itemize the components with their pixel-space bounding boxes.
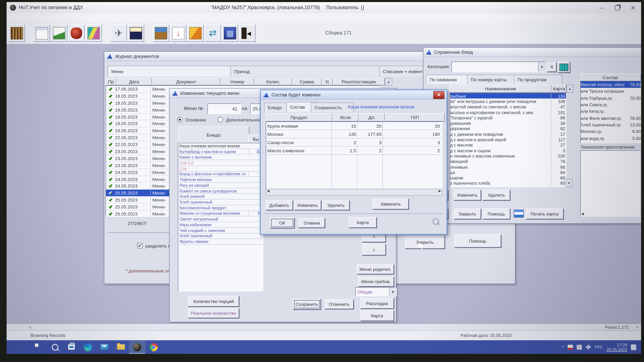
add-button[interactable]: Добавить (266, 200, 293, 210)
taskbar-button[interactable] (112, 340, 129, 354)
ref-delete-button[interactable]: Удалить (482, 190, 510, 200)
toolbar-button[interactable] (222, 24, 238, 42)
dish-row[interactable]: Омлет натуральный (178, 216, 263, 222)
col-gkp[interactable]: ГКП (385, 113, 445, 121)
group-select[interactable]: Общая ▼ (355, 287, 397, 296)
compose-row[interactable]: Молоко 135 177.65 180 (266, 130, 442, 138)
dish-row[interactable]: Рагу из овощей (178, 183, 263, 188)
ref-edit-button[interactable]: Изменить (454, 190, 481, 200)
real-qty-button[interactable]: Реальное количество (188, 308, 239, 318)
taskbar-button[interactable] (96, 340, 112, 354)
col-product[interactable]: Продукт (266, 113, 332, 121)
edit-button[interactable]: Изменить (294, 200, 321, 210)
dialog-cancel-button[interactable]: Отмена (298, 218, 325, 228)
dish-row[interactable]: Сок 0,2 (178, 160, 263, 166)
dish-row[interactable]: Какао с молоком (178, 154, 263, 160)
tray-usb-icon[interactable] (586, 345, 591, 350)
sostav-item[interactable]: или вода,гр. 5.00 (581, 135, 641, 141)
dish-col-header[interactable]: Блюдо (178, 126, 249, 144)
main-hscrollbar[interactable]: < > Релиз:1.171 (6, 323, 641, 331)
ref-row[interactable]: ленивые 66 (450, 164, 566, 169)
sostav-item[interactable]: или Горбуша,гр. 70.00 (581, 95, 641, 101)
ref-row[interactable]: д с маслом 27 (450, 142, 566, 148)
radio-main[interactable] (177, 117, 182, 122)
scroll-down-icon[interactable]: ▼ (566, 179, 572, 187)
toolbar-button[interactable] (153, 24, 169, 42)
taskbar-button[interactable] (63, 340, 80, 354)
dish-row[interactable]: Хлеб ржаной (178, 194, 263, 200)
col-name[interactable]: Наименование (450, 85, 552, 93)
language-indicator[interactable]: РУС (595, 345, 603, 349)
dish-row[interactable]: Сок (178, 166, 263, 171)
radio-extra[interactable] (218, 117, 223, 122)
dish-row[interactable]: Каша ячневая молочная вязкая (178, 143, 263, 149)
print-card-button[interactable]: Печать карты (526, 208, 564, 219)
scroll-left-icon[interactable]: ◀ (267, 189, 270, 193)
ref-row[interactable]: д с джемом или повидлом 17 (450, 131, 566, 137)
tab-menu[interactable]: Меню (108, 66, 237, 77)
toolbar-button[interactable] (8, 24, 25, 42)
compose-row[interactable]: Сахар-песок 2 3 3 (266, 138, 442, 146)
printer-icon[interactable] (514, 210, 524, 218)
ref-row[interactable]: д с маслом и красной икрой 117 (450, 137, 566, 142)
sostav-item[interactable]: или Филе минтая,гр. 78.00 (581, 115, 641, 121)
scroll-right-icon[interactable]: ▶ (438, 189, 441, 193)
taskbar-button[interactable] (30, 340, 47, 354)
col-num[interactable]: Номер (220, 78, 254, 85)
toolbar-button[interactable] (170, 24, 186, 42)
taskbar-button[interactable] (47, 340, 63, 354)
toolbar-button[interactable] (239, 24, 256, 42)
dish-row[interactable]: Кисломолочный продукт (178, 205, 263, 211)
taskbar-button[interactable] (80, 340, 96, 354)
ref-row[interactable]: дорожная 62 (450, 126, 566, 131)
category-select[interactable]: ▼ (451, 62, 546, 72)
ref-row[interactable]: ок" или ватрушка с джемом (или повидлом … (450, 99, 566, 104)
toolbar-button[interactable] (128, 24, 144, 42)
toolbar-button[interactable] (34, 24, 50, 42)
close-icon[interactable]: ✕ (630, 4, 636, 11)
ref-row[interactable]: 'Татарочка" с курагой 86 (450, 115, 566, 120)
ref-row[interactable]: овощной 76 (450, 159, 566, 164)
save-button[interactable]: Сохранить (293, 299, 321, 310)
toolbar-button[interactable] (110, 24, 127, 42)
sostav-item[interactable]: Молоко,гр. 6.00 (581, 128, 641, 135)
tab-by-name[interactable]: По названию (426, 75, 474, 84)
toolbar-button[interactable] (204, 24, 221, 42)
portions-button[interactable]: Количество порций (188, 296, 239, 307)
ref-row[interactable]: домашняя 34 (450, 120, 566, 126)
cancel-button[interactable]: Отменить (325, 299, 354, 309)
ref-row[interactable]: асолью и картофелем со сметаной, с мяс 1… (450, 109, 566, 115)
restore-icon[interactable] (615, 5, 620, 10)
col-sum[interactable]: Сумма (292, 78, 322, 85)
clock[interactable]: 17:28 25.05.2023 (606, 343, 627, 352)
sostav-item[interactable]: или Треска потрошенная б (581, 88, 641, 95)
category-clear-button[interactable]: ✕ (547, 62, 556, 72)
demand-menu-button[interactable]: Меню-требов. (358, 277, 394, 287)
tray-app-icon[interactable] (568, 345, 573, 350)
card-button[interactable]: Карта (360, 310, 394, 321)
chevron-down-icon[interactable]: ▼ (538, 62, 546, 72)
col-pr[interactable]: Пр (106, 78, 116, 85)
toolbar-button[interactable] (68, 24, 85, 42)
dish-row[interactable]: Хлеб пшеничный (178, 233, 263, 239)
tab-prihod[interactable]: Приход (230, 66, 386, 77)
scroll-up-icon[interactable]: ▲ (566, 85, 574, 93)
ref-row[interactable]: апустой свежей со сметаной, с мясом 47 (450, 104, 566, 109)
col-date[interactable]: Дата (116, 78, 152, 85)
toolbar-button[interactable] (86, 24, 102, 42)
chevron-down-icon[interactable]: ▼ (389, 288, 396, 296)
dish-row[interactable]: Борщ с фасолью и картофелем со 1 (178, 171, 263, 177)
compose-hscrollbar[interactable]: ◀ ▶ (266, 189, 442, 196)
tab-by-products[interactable]: По продуктам (514, 75, 562, 84)
scroll-right-icon[interactable]: > (636, 325, 639, 330)
minimize-icon[interactable]: — (599, 5, 604, 11)
ref-row[interactable]: н ленивые с маслом сливочным 100 (450, 153, 566, 159)
tab-sohrannost[interactable]: Сохранность (311, 103, 354, 112)
category-grid-button[interactable] (558, 62, 570, 73)
delete-button[interactable]: Удалить (322, 200, 350, 210)
dish-row[interactable]: Манник со сгущенным молоком 50 (178, 211, 263, 216)
col-qty[interactable]: Колич. (254, 78, 292, 85)
col-ds[interactable]: Д/с (358, 113, 385, 121)
parent-menu-button[interactable]: Меню родител. (357, 264, 394, 274)
scroll-left-icon[interactable]: ◀ (581, 212, 584, 216)
